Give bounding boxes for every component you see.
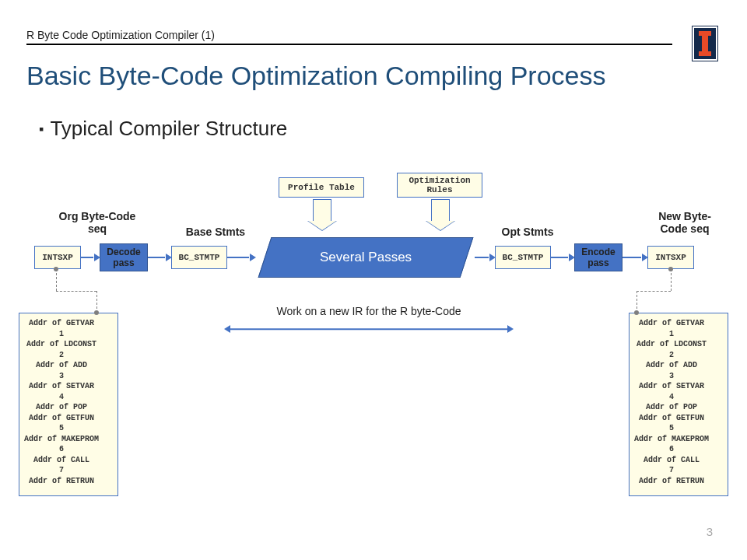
box-optimization-rules: Optimization Rules — [397, 173, 482, 198]
dash-right-h-icon — [637, 291, 671, 292]
bullet-typical-compiler: ▪Typical Compiler Structure — [39, 117, 287, 141]
several-passes-text: Several Passes — [320, 250, 412, 265]
box-encode-pass: Encode pass — [574, 243, 622, 271]
dot-right-start-icon — [668, 267, 673, 271]
dash-left-v-icon — [56, 269, 57, 291]
dot-right-end-icon — [634, 310, 639, 315]
arrow-rules-down-icon — [426, 199, 454, 230]
annotation-new-ir: Work on a new IR for the R byte-Code — [260, 305, 478, 317]
svg-rect-4 — [699, 51, 711, 56]
code-listing-right-text: Addr of GETVAR 1 Addr of LDCONST 2 Addr … — [634, 318, 709, 486]
code-listing-left-text: Addr of GETVAR 1 Addr of LDCONST 2 Addr … — [24, 318, 99, 486]
bullet-text: Typical Compiler Structure — [50, 117, 287, 140]
dash-right-v2-icon — [637, 291, 637, 313]
box-intsxp-right: INTSXP — [647, 246, 694, 269]
box-bc-stmtp-left: BC_STMTP — [171, 246, 227, 269]
svg-rect-2 — [699, 31, 711, 36]
box-decode-pass: Decode pass — [100, 243, 148, 271]
illinois-logo — [689, 23, 721, 64]
box-several-passes: Several Passes — [258, 237, 474, 278]
dash-left-v2-icon — [96, 291, 97, 313]
code-listing-right: Addr of GETVAR 1 Addr of LDCONST 2 Addr … — [629, 313, 728, 496]
arrow-ir-span-icon — [224, 325, 514, 333]
svg-rect-3 — [702, 36, 708, 51]
code-listing-left: Addr of GETVAR 1 Addr of LDCONST 2 Addr … — [19, 313, 118, 496]
box-profile-table: Profile Table — [279, 177, 364, 198]
dash-left-h-icon — [56, 291, 96, 292]
header-opt-stmts: Opt Stmts — [496, 226, 559, 238]
dot-left-start-icon — [54, 267, 58, 271]
dash-right-v-icon — [671, 269, 672, 291]
page-number: 3 — [707, 525, 713, 538]
header-label: R Byte Code Optimization Compiler (1) — [26, 29, 215, 41]
page-title: Basic Byte-Code Optimization Compiling P… — [26, 61, 606, 91]
box-intsxp-left: INTSXP — [34, 246, 81, 269]
slide: R Byte Code Optimization Compiler (1) Ba… — [0, 0, 747, 560]
bullet-square-icon: ▪ — [39, 121, 44, 137]
header-rule — [26, 44, 672, 45]
header-org-byte-code-seq: Org Byte-Code seq — [54, 210, 140, 235]
arrow-profile-down-icon — [308, 199, 336, 230]
header-base-stmts: Base Stmts — [181, 226, 251, 238]
header-new-byte-code-seq: New Byte- Code seq — [647, 210, 722, 235]
dot-left-end-icon — [94, 310, 99, 315]
box-bc-stmtp-right: BC_STMTP — [495, 246, 551, 269]
